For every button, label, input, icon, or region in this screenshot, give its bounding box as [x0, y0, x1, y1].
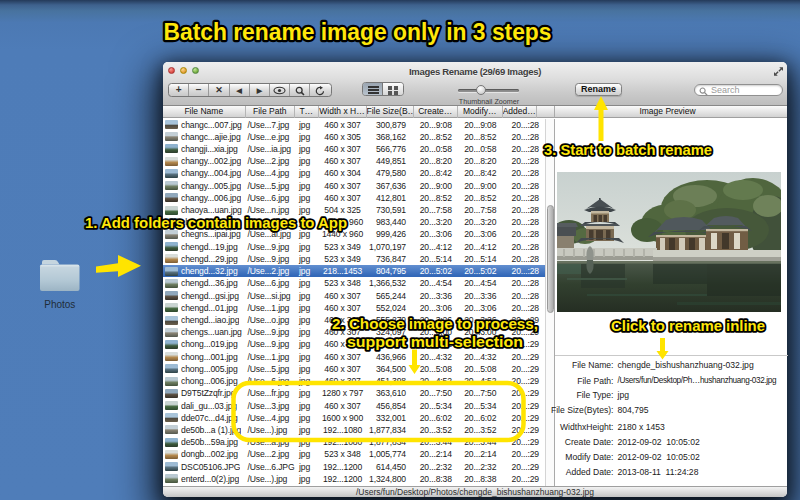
svg-text:Photos: Photos — [44, 299, 75, 310]
svg-text:Batch rename image only in 3 s: Batch rename image only in 3 steps — [164, 18, 552, 45]
